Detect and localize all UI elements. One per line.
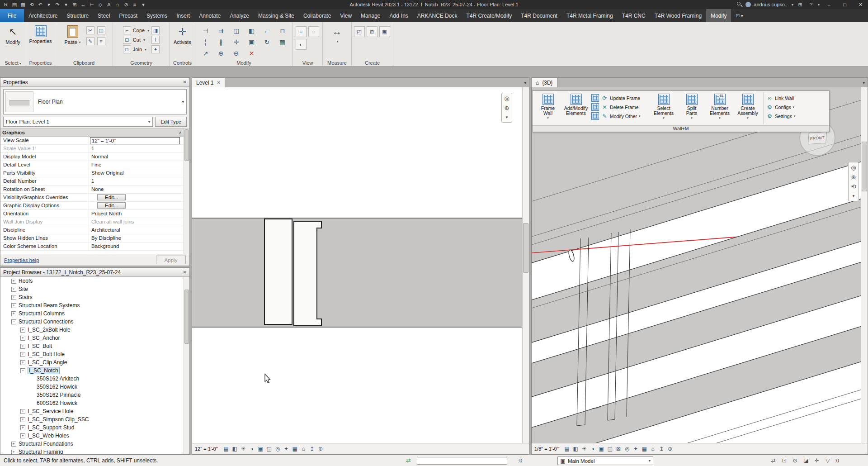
browser-tree-item[interactable]: I_SC_Support Stud: [0, 423, 184, 432]
tree-expand-icon[interactable]: [20, 328, 25, 333]
property-value[interactable]: 1: [89, 145, 184, 152]
view-scale-control[interactable]: 12" = 1'-0": [195, 446, 218, 452]
ribbon-tab[interactable]: Architecture: [24, 9, 62, 22]
maximize-button[interactable]: □: [838, 0, 851, 9]
property-row[interactable]: Graphic Display Options Edit...: [0, 202, 184, 210]
chevron-down-icon[interactable]: ▾: [503, 113, 511, 121]
property-row[interactable]: Display Model Normal: [0, 153, 184, 161]
split-element-icon[interactable]: ¦: [198, 37, 213, 48]
mirror-draw-axis-icon[interactable]: ◧: [244, 25, 259, 36]
override-graphics-icon[interactable]: ◐: [296, 39, 307, 50]
3d-canvas[interactable]: FRONT FrameWall ▾ Add/ModifyElements: [532, 87, 861, 443]
scale-icon[interactable]: ↗: [198, 48, 213, 59]
app-store-icon[interactable]: ⊞: [796, 1, 804, 8]
property-value[interactable]: Background: [89, 243, 184, 250]
tree-expand-icon[interactable]: [11, 295, 16, 300]
ribbon-tab[interactable]: Annotate: [194, 9, 225, 22]
chevron-down-icon[interactable]: ▾: [182, 100, 184, 104]
cut-geometry-button[interactable]: ⊟ Cut ▾: [123, 36, 149, 44]
drag-on-selection-toggle-icon[interactable]: ✛: [813, 457, 821, 464]
zoom-icon[interactable]: ⊕: [849, 173, 858, 181]
browser-tree-item[interactable]: I_SC_Notch: [0, 366, 184, 375]
wall-joins-icon[interactable]: ◨: [151, 26, 160, 34]
tree-expand-icon[interactable]: [11, 287, 16, 292]
orbit-icon[interactable]: ⟲: [849, 182, 858, 190]
project-browser-header[interactable]: Project Browser - 13172_I_Notch_R23_25-0…: [0, 268, 189, 277]
modify-tool-button[interactable]: ↖ Modify: [1, 24, 24, 59]
join-geometry-button[interactable]: ⊓ Join ▾: [123, 45, 149, 53]
property-value[interactable]: Edit...: [89, 194, 184, 201]
3d-vertical-scrollbar[interactable]: [861, 87, 868, 443]
property-row[interactable]: Color Scheme Location Background: [0, 243, 184, 251]
reveal-hidden-elements-icon[interactable]: ✦: [283, 445, 290, 453]
browser-tree-item[interactable]: I_SC_Bolt Hole: [0, 350, 184, 358]
notched-stud-section[interactable]: [294, 221, 321, 326]
hide-analytical-model-icon[interactable]: ⌂: [649, 445, 657, 453]
temporary-hide-isolate-icon[interactable]: ◎: [623, 445, 631, 453]
properties-help-link[interactable]: Properties help: [4, 257, 39, 263]
copy-icon[interactable]: ▣: [244, 37, 259, 48]
view-tab-list-chevron-icon[interactable]: ▾: [863, 78, 868, 87]
plan-canvas[interactable]: ◎ ⊕ ▾: [192, 87, 522, 443]
property-value[interactable]: Normal: [89, 153, 184, 161]
thin-lines-icon[interactable]: ≡: [131, 1, 139, 8]
frame-tool-3-button[interactable]: [591, 112, 599, 120]
properties-toggle-button[interactable]: Properties: [29, 24, 52, 59]
tree-expand-icon[interactable]: [11, 279, 16, 284]
aligned-dimension-icon[interactable]: ⊢: [88, 1, 96, 8]
temporary-hide-isolate-icon[interactable]: ◎: [274, 445, 282, 453]
browser-tree-item[interactable]: I_SC_Simpson Clip_SSC: [0, 415, 184, 423]
property-value[interactable]: Edit...: [89, 202, 184, 209]
browser-tree-item[interactable]: I_SC_Web Holes: [0, 432, 184, 440]
browser-tree-item[interactable]: I_SC_2xBolt Hole: [0, 326, 184, 334]
ribbon-tab[interactable]: T4R CNC: [618, 9, 650, 22]
property-value[interactable]: 1: [89, 177, 184, 185]
select-links-toggle-icon[interactable]: ⊡: [781, 457, 788, 464]
save-icon[interactable]: ▦: [19, 1, 27, 8]
reveal-constraints-icon[interactable]: ⊕: [317, 445, 325, 453]
property-row[interactable]: Visibility/Graphics Overrides Edit...: [0, 194, 184, 202]
browser-tree-item[interactable]: Site: [0, 285, 184, 293]
property-value[interactable]: None: [89, 185, 184, 193]
sun-path-icon[interactable]: ☀: [580, 445, 588, 453]
tree-expand-icon[interactable]: [11, 442, 16, 447]
show-crop-region-icon[interactable]: ◱: [265, 445, 273, 453]
worksharing-status-icon[interactable]: ⇄: [406, 457, 411, 464]
unpin-icon[interactable]: ⊖: [229, 48, 244, 59]
array-icon[interactable]: ▦: [275, 37, 290, 48]
browser-tree-item[interactable]: I_SC_Service Hole: [0, 407, 184, 415]
search-icon[interactable]: [736, 1, 743, 8]
property-row[interactable]: View Scale 12" = 1'-0": [0, 137, 184, 145]
stud-lines[interactable]: [577, 229, 630, 426]
thin-lines-toggle-icon[interactable]: ≡: [296, 26, 307, 37]
user-menu-chevron-icon[interactable]: ▾: [792, 3, 793, 7]
panel-display-cycle-button[interactable]: ⊡ ▾: [731, 9, 747, 22]
show-crop-region-icon[interactable]: ◱: [606, 445, 614, 453]
close-view-icon[interactable]: ✕: [217, 80, 221, 85]
ribbon-tab[interactable]: Add-Ins: [385, 9, 412, 22]
view-tab-level-1[interactable]: Level 1 ✕: [192, 78, 225, 87]
paint-icon[interactable]: ✦: [151, 45, 160, 53]
displacement-sets-icon[interactable]: ↥: [308, 445, 316, 453]
undo-chevron-icon[interactable]: ▾: [45, 1, 53, 8]
locked-3d-view-icon[interactable]: ⊠: [615, 445, 623, 453]
service-hole[interactable]: [568, 249, 575, 262]
close-icon[interactable]: ✕: [183, 80, 187, 85]
crop-view-icon[interactable]: ▣: [257, 445, 264, 453]
scrollbar-thumb[interactable]: [184, 129, 189, 161]
property-value[interactable]: By Discipline: [89, 234, 184, 242]
tag-by-category-icon[interactable]: ◇: [96, 1, 104, 8]
delete-frame-button[interactable]: ✕ Delete Frame: [601, 104, 648, 110]
redo-icon[interactable]: ↷: [53, 1, 61, 8]
print-icon[interactable]: ⊞: [71, 1, 79, 8]
property-value[interactable]: Clean all wall joins: [89, 218, 184, 226]
tree-expand-icon[interactable]: [20, 409, 25, 414]
help-menu-chevron-icon[interactable]: ▾: [818, 3, 820, 7]
apply-button[interactable]: Apply: [156, 256, 186, 264]
mirror-pick-axis-icon[interactable]: ◫: [229, 25, 244, 36]
move-icon[interactable]: ✛: [229, 37, 244, 48]
ribbon-tab[interactable]: Massing & Site: [254, 9, 299, 22]
browser-tree-item[interactable]: Roofs: [0, 277, 184, 285]
collapse-group-icon[interactable]: ∧: [179, 130, 182, 135]
ribbon-tab[interactable]: Collaborate: [299, 9, 335, 22]
